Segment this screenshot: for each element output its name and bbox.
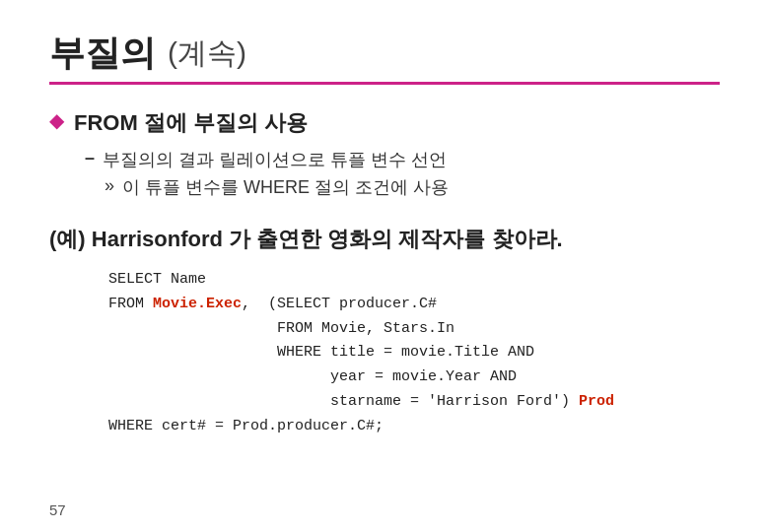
- code-block: SELECT Name FROM Movie.Exec, (SELECT pro…: [108, 268, 720, 438]
- code-line-1: SELECT Name: [108, 268, 720, 293]
- dash-icon-1: –: [85, 148, 95, 168]
- title-sub: (계속): [168, 33, 246, 74]
- arrow-item-1: » 이 튜플 변수를 WHERE 절의 조건에 사용: [105, 175, 720, 199]
- page-number: 57: [49, 501, 66, 518]
- header: 부질의 (계속): [49, 30, 720, 78]
- sub-bullets: – 부질의의 결과 릴레이션으로 튜플 변수 선언 » 이 튜플 변수를 WHE…: [85, 148, 720, 199]
- code-line-3: FROM Movie, Stars.In: [108, 317, 720, 342]
- dash-item-1: – 부질의의 결과 릴레이션으로 튜플 변수 선언: [85, 148, 720, 171]
- arrow-text-1: 이 튜플 변수를 WHERE 절의 조건에 사용: [122, 175, 449, 199]
- code-line-2: FROM Movie.Exec, (SELECT producer.C#: [108, 293, 720, 317]
- code-line-5: year = movie.Year AND: [108, 366, 720, 390]
- main-bullet: ◆ FROM 절에 부질의 사용: [49, 108, 720, 138]
- example-title: (예) Harrisonford 가 출연한 영화의 제작자를 찾아라.: [49, 225, 720, 254]
- title-main: 부질의: [49, 30, 156, 78]
- slide: 부질의 (계속) ◆ FROM 절에 부질의 사용 – 부질의의 결과 릴레이션…: [0, 0, 769, 532]
- diamond-icon: ◆: [49, 110, 64, 130]
- divider-line: [49, 82, 720, 85]
- arrow-icon-1: »: [105, 175, 114, 196]
- dash-text-1: 부질의의 결과 릴레이션으로 튜플 변수 선언: [103, 148, 447, 171]
- example-section: (예) Harrisonford 가 출연한 영화의 제작자를 찾아라. SEL…: [49, 225, 720, 438]
- code-highlight-movieexec: Movie.Exec: [153, 296, 242, 312]
- code-highlight-prod: Prod: [579, 393, 614, 410]
- main-bullet-text: FROM 절에 부질의 사용: [74, 108, 308, 138]
- code-line-4: WHERE title = movie.Title AND: [108, 341, 720, 366]
- code-line-6: starname = 'Harrison Ford') Prod: [108, 390, 720, 415]
- code-line-7: WHERE cert# = Prod.producer.C#;: [108, 415, 720, 439]
